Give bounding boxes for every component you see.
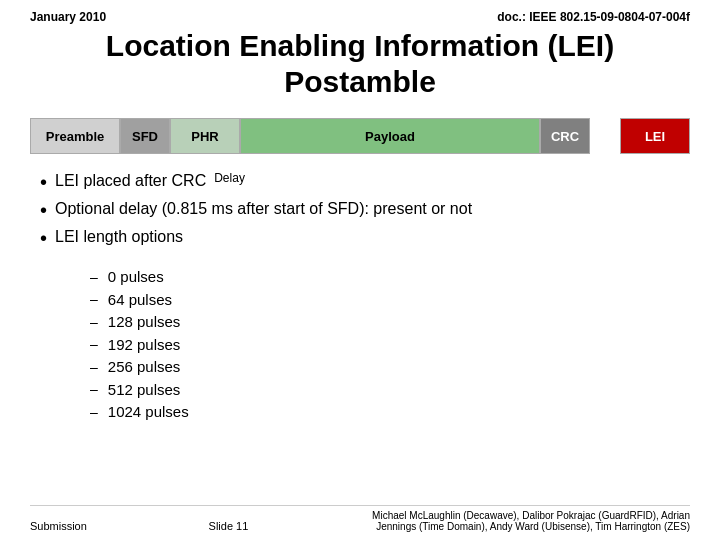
sub-text-6: 512 pulses [108,379,181,402]
footer-submission: Submission [30,520,87,532]
list-item: – 192 pulses [90,334,690,357]
sub-text-7: 1024 pulses [108,401,189,424]
frame-cell-lei: LEI [620,118,690,154]
dash-1: – [90,267,98,288]
delay-label: Delay [214,170,245,187]
list-item: – 64 pulses [90,289,690,312]
list-item: – 512 pulses [90,379,690,402]
dash-5: – [90,357,98,378]
sub-text-3: 128 pulses [108,311,181,334]
frame-cell-crc: CRC [540,118,590,154]
header-doc: doc.: IEEE 802.15-09-0804-07-004f [497,10,690,24]
dash-7: – [90,402,98,423]
dash-2: – [90,289,98,310]
bullet-text-3: LEI length options [55,226,183,248]
page-title: Location Enabling Information (LEI) Post… [30,28,690,100]
footer-authors: Michael McLaughlin (Decawave), Dalibor P… [370,510,690,532]
sub-text-5: 256 pulses [108,356,181,379]
bullet-section: • LEI placed after CRC Delay • Optional … [30,170,690,254]
sub-text-1: 0 pulses [108,266,164,289]
sub-text-4: 192 pulses [108,334,181,357]
bullet-3: • LEI length options [40,226,690,250]
bullet-2: • Optional delay (0.815 ms after start o… [40,198,690,222]
bullet-dot-1: • [40,170,47,194]
frame-cell-payload: Payload [240,118,540,154]
sub-text-2: 64 pulses [108,289,172,312]
bullet-1: • LEI placed after CRC Delay [40,170,690,194]
dash-3: – [90,312,98,333]
bullet-dot-2: • [40,198,47,222]
footer-slide: Slide 11 [209,520,249,532]
header: January 2010 doc.: IEEE 802.15-09-0804-0… [30,10,690,24]
list-item: – 256 pulses [90,356,690,379]
header-date: January 2010 [30,10,106,24]
frame-cell-phr: PHR [170,118,240,154]
frame-cell-sfd: SFD [120,118,170,154]
list-item: – 0 pulses [90,266,690,289]
sub-list: – 0 pulses – 64 pulses – 128 pulses – 19… [30,266,690,424]
list-item: – 128 pulses [90,311,690,334]
dash-4: – [90,334,98,355]
title-block: Location Enabling Information (LEI) Post… [30,28,690,100]
frame-cell-preamble: Preamble [30,118,120,154]
frame-gap [590,118,620,154]
bullet-text-1: LEI placed after CRC [55,170,206,192]
footer: Submission Slide 11 Michael McLaughlin (… [30,505,690,532]
bullet-dot-3: • [40,226,47,250]
frame-diagram: Preamble SFD PHR Payload CRC LEI [30,118,690,154]
bullet-text-2: Optional delay (0.815 ms after start of … [55,198,472,220]
list-item: – 1024 pulses [90,401,690,424]
dash-6: – [90,379,98,400]
